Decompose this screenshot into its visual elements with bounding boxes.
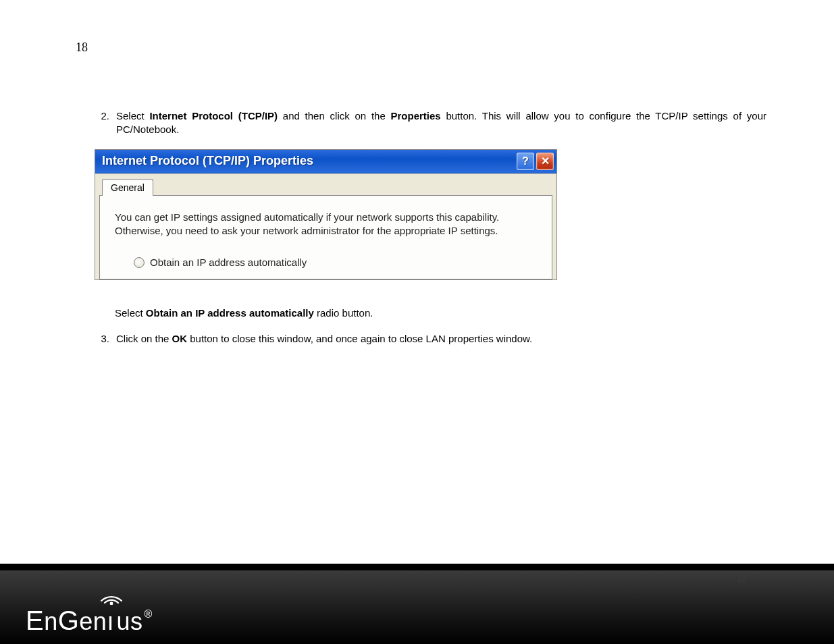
engenius-logo: EnGen ı us® [26,606,153,636]
step-2: 2. Select Internet Protocol (TCP/IP) and… [95,109,766,137]
step-select-text: Select Obtain an IP address automaticall… [115,307,766,319]
radio-obtain-auto[interactable]: Obtain an IP address automatically [134,257,537,268]
t: Click on the [116,333,172,344]
page-number-footer: 18 [737,574,746,584]
svg-point-0 [110,602,113,605]
tab-general[interactable]: General [102,179,153,196]
tab-strip: General [99,178,552,195]
close-icon: ✕ [541,155,550,167]
dialog-description: You can get IP settings assigned automat… [115,211,537,238]
page-footer: 18 EnGen ı us® [0,564,834,644]
dialog-panel: You can get IP settings assigned automat… [99,195,552,280]
question-icon: ? [522,155,529,167]
step-2-number: 2. [95,109,109,137]
step-2-text: Select Internet Protocol (TCP/IP) and th… [116,109,766,137]
t: and then click on the [278,110,390,122]
t: radio button. [314,307,373,319]
step-3-text: Click on the OK button to close this win… [116,332,766,346]
step-3: 3. Click on the OK button to close this … [95,332,766,346]
t-bold1: Internet Protocol (TCP/IP) [149,110,278,122]
dialog-title: Internet Protocol (TCP/IP) Properties [102,154,515,168]
t-bold: OK [172,333,188,344]
t: Select [116,110,149,122]
dialog-titlebar[interactable]: Internet Protocol (TCP/IP) Properties ? … [95,150,556,173]
close-button[interactable]: ✕ [536,153,554,170]
radio-icon[interactable] [134,257,145,268]
tcpip-properties-dialog: Internet Protocol (TCP/IP) Properties ? … [95,149,557,281]
help-button[interactable]: ? [517,153,534,170]
t-bold2: Properties [390,110,440,122]
t: Select [115,307,146,319]
page-number-top: 18 [76,41,88,55]
wifi-icon [99,587,124,605]
t-bold: Obtain an IP address automatically [146,307,314,319]
radio-label: Obtain an IP address automatically [150,257,307,268]
step-3-number: 3. [95,332,109,346]
t: button to close this window, and once ag… [187,333,532,344]
